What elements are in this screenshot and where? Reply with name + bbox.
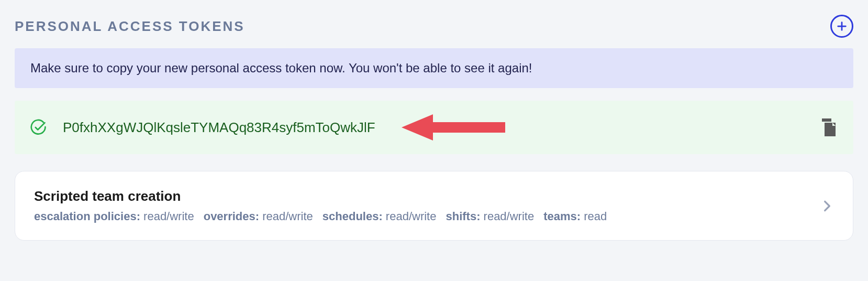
scope-key: escalation policies:: [34, 210, 140, 223]
scope-value: read/write: [259, 210, 313, 223]
token-list-item[interactable]: Scripted team creation escalation polici…: [15, 171, 853, 241]
plus-icon: [836, 20, 848, 32]
svg-marker-2: [402, 114, 505, 140]
scope-key: schedules:: [322, 210, 383, 223]
arrow-icon: [402, 112, 506, 143]
token-details: Scripted team creation escalation polici…: [34, 188, 820, 223]
add-token-button[interactable]: [830, 15, 853, 38]
copy-warning-notice: Make sure to copy your new personal acce…: [15, 48, 853, 88]
section-title: Personal Access Tokens: [15, 18, 245, 35]
scope-item: teams: read: [543, 210, 607, 223]
scope-item: overrides: read/write: [204, 210, 313, 223]
attention-arrow: [391, 112, 804, 143]
token-value: P0fxhXXgWJQlKqsleTYMAQq83R4syf5mToQwkJlF: [63, 120, 375, 136]
token-scopes: escalation policies: read/writeoverrides…: [34, 210, 820, 223]
scope-key: teams:: [543, 210, 581, 223]
chevron-right-icon: [820, 199, 834, 213]
scope-value: read/write: [383, 210, 437, 223]
token-name: Scripted team creation: [34, 188, 820, 204]
scope-value: read: [581, 210, 607, 223]
section-header: Personal Access Tokens: [15, 15, 853, 38]
scope-item: escalation policies: read/write: [34, 210, 194, 223]
copy-token-button[interactable]: [820, 117, 838, 137]
scope-item: schedules: read/write: [322, 210, 437, 223]
scope-item: shifts: read/write: [446, 210, 534, 223]
new-token-panel: P0fxhXXgWJQlKqsleTYMAQq83R4syf5mToQwkJlF: [15, 101, 853, 154]
scope-key: shifts:: [446, 210, 480, 223]
check-circle-icon: [30, 119, 47, 136]
scope-value: read/write: [140, 210, 194, 223]
scope-value: read/write: [480, 210, 534, 223]
scope-key: overrides:: [204, 210, 259, 223]
